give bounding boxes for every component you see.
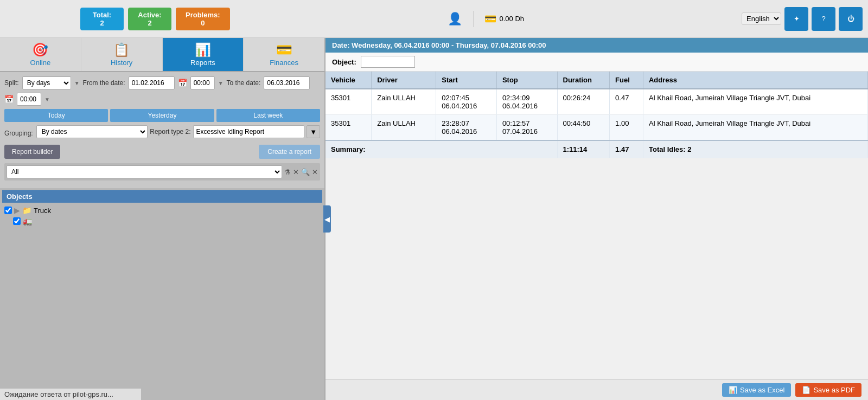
summary-label: Summary: [326,140,557,158]
save-excel-label: Save as Excel [740,386,784,394]
filter-select[interactable]: All [7,165,282,178]
cell-address: Al Khail Road, Jumeirah Village Triangle… [643,89,867,115]
split-select[interactable]: By days [22,76,71,89]
cell-fuel: 1.00 [610,115,643,141]
table-row: 35301 Zain ULLAH 02:07:45 06.04.2016 02:… [326,89,868,115]
problems-button[interactable]: Problems: 0 [176,8,230,30]
tab-reports[interactable]: 📊 Reports [163,38,244,71]
col-duration: Duration [557,72,610,89]
filter-search-button[interactable]: 🔍 [301,167,310,176]
action-buttons: English ✦ ? ⏻ [742,7,863,31]
table-header-row: Vehicle Driver Start Stop Duration Fuel … [326,72,868,89]
from-date-input[interactable] [129,76,175,89]
settings-button[interactable]: ✦ [784,7,808,31]
finances-icon: 💳 [276,42,292,57]
cell-driver: Zain ULLAH [372,89,436,115]
save-pdf-button[interactable]: 📄 Save as PDF [795,383,861,397]
yesterday-button[interactable]: Yesterday [110,109,214,122]
to-date-calendar-icon[interactable]: 📅 [4,95,14,104]
online-icon: 🎯 [32,42,48,57]
status-text: Ожидание ответа от pilot-gps.ru... [4,390,113,398]
filter-funnel-button[interactable]: ⚗ [284,167,291,176]
summary-total-idles: Total Idles: 2 [643,140,867,158]
language-select[interactable]: English [742,12,781,25]
cell-vehicle: 35301 [326,89,372,115]
grouping-label: Grouping: [4,130,33,137]
tab-online[interactable]: 🎯 Online [0,38,81,71]
today-button[interactable]: Today [4,109,108,122]
cell-start: 23:28:07 06.04.2016 [436,115,497,141]
to-time-input[interactable] [17,93,41,106]
nav-tabs: 🎯 Online 📋 History 📊 Reports 💳 Finances [0,38,324,72]
last-week-button[interactable]: Last week [216,109,320,122]
filter-close-button[interactable]: ✕ [312,167,318,176]
from-time-input[interactable] [190,76,215,89]
cell-vehicle: 35301 [326,115,372,141]
cell-duration: 00:26:24 [557,89,610,115]
filter-row: All ⚗ ✕ 🔍 ✕ [4,163,320,180]
settings-icon: ✦ [794,15,800,23]
card-icon: 💳 [484,13,496,25]
problems-label: Problems: [186,11,220,19]
tab-history[interactable]: 📋 History [81,38,163,71]
tab-finances[interactable]: 💳 Finances [244,38,324,71]
folder-icon: ▶ [14,206,20,215]
col-start: Start [436,72,497,89]
col-fuel: Fuel [610,72,643,89]
to-date-input[interactable] [264,76,310,89]
col-address: Address [643,72,867,89]
summary-fuel: 1.47 [610,140,643,158]
save-excel-button[interactable]: 📊 Save as Excel [722,383,791,397]
filter-icon: ⚗ [284,168,291,176]
truck-group-header[interactable]: ▶ 📁 Truck [2,205,322,216]
truck-group-checkbox[interactable] [4,207,12,214]
excel-icon: 📊 [729,386,737,394]
objects-section: Objects ▶ 📁 Truck 🚛 [0,188,324,400]
table-row: 35301 Zain ULLAH 23:28:07 06.04.2016 00:… [326,115,868,141]
user-icon[interactable]: 👤 [448,12,462,26]
tab-reports-label: Reports [190,59,215,67]
object-input-field[interactable] [361,56,415,68]
report-builder-button[interactable]: Report builder [4,145,60,159]
from-arrow: ▼ [218,80,224,86]
cell-duration: 00:44:50 [557,115,610,141]
top-bar: Total: 2 Active: 2 Problems: 0 👤 💳 0.00 … [0,0,868,38]
stat-buttons: Total: 2 Active: 2 Problems: 0 [5,8,230,30]
bottom-bar: 📊 Save as Excel 📄 Save as PDF [326,379,868,400]
cell-stop: 00:12:57 07.04.2016 [496,115,557,141]
date-controls-row: Split: By days ▼ From the date: 📅 ▼ To t… [4,76,320,106]
status-bar: Ожидание ответа от pilot-gps.ru... [0,388,141,400]
report-type-input[interactable] [193,125,305,138]
report-table: Vehicle Driver Start Stop Duration Fuel … [326,72,868,158]
list-item[interactable]: 🚛 [2,216,322,227]
history-icon: 📋 [113,42,130,57]
funnel-icon: ▼ [310,128,317,136]
power-button[interactable]: ⏻ [839,7,863,31]
balance-value: 0.00 Dh [500,15,525,23]
to-arrow: ▼ [44,96,50,102]
col-stop: Stop [496,72,557,89]
grouping-select[interactable]: By dates [36,125,148,138]
split-arrow: ▼ [74,80,80,86]
active-button[interactable]: Active: 2 [128,8,171,30]
help-button[interactable]: ? [812,7,835,31]
cell-driver: Zain ULLAH [372,115,436,141]
filter-clear-button[interactable]: ✕ [293,167,299,176]
left-panel: 🎯 Online 📋 History 📊 Reports 💳 Finances … [0,38,326,400]
cell-stop: 02:34:09 06.04.2016 [496,89,557,115]
quick-buttons-row: Today Yesterday Last week [4,109,320,122]
group-folder-icon: 📁 [22,206,31,215]
cell-fuel: 0.47 [610,89,643,115]
summary-row: Summary: 1:11:14 1.47 Total Idles: 2 [326,140,868,158]
total-button[interactable]: Total: 2 [80,8,124,30]
cell-start: 02:07:45 06.04.2016 [436,89,497,115]
top-bar-center: 👤 💳 0.00 Dh [448,11,525,27]
truck-item-checkbox[interactable] [13,217,21,225]
create-report-button[interactable]: Create a report [259,145,320,159]
report-type-filter-button[interactable]: ▼ [307,125,320,138]
collapse-panel-button[interactable]: ◀ [323,205,331,233]
cell-address: Al Khail Road, Jumeirah Village Triangle… [643,115,867,141]
from-label: From the date: [83,79,125,87]
object-label: Object: [332,58,356,66]
from-date-calendar-icon[interactable]: 📅 [178,79,187,87]
